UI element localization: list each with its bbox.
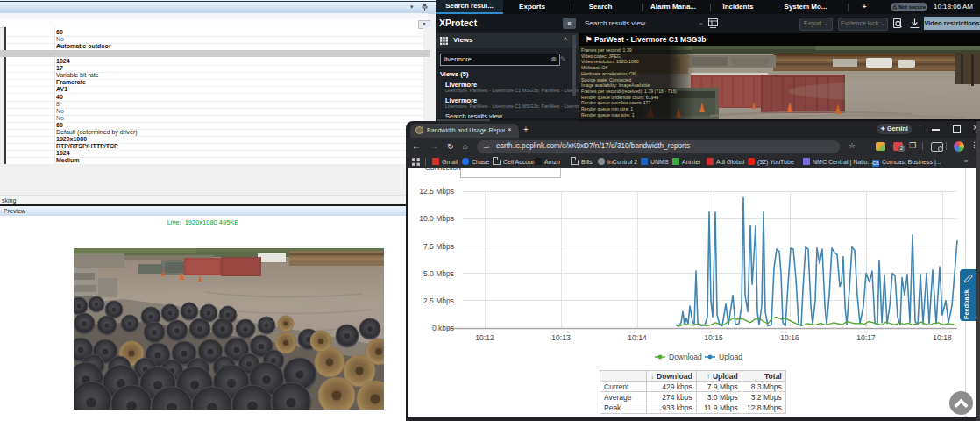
svg-text:10:12: 10:12 [475, 333, 494, 342]
svg-text:12.5 Mbps: 12.5 Mbps [419, 187, 454, 196]
svg-text:10:15: 10:15 [704, 333, 723, 342]
svg-text:7.5 Mbps: 7.5 Mbps [423, 242, 454, 251]
svg-text:5.0 Mbps: 5.0 Mbps [423, 269, 454, 278]
svg-text:0 kbps: 0 kbps [432, 324, 454, 332]
svg-text:10.0 Mbps: 10.0 Mbps [419, 214, 454, 223]
svg-text:10:14: 10:14 [628, 333, 647, 342]
svg-text:Upload: Upload [719, 353, 742, 361]
svg-text:Download: Download [669, 353, 702, 361]
svg-text:10:16: 10:16 [780, 333, 799, 342]
svg-text:2.5 Mbps: 2.5 Mbps [423, 296, 454, 305]
svg-text:10:18: 10:18 [933, 333, 952, 342]
svg-text:10:13: 10:13 [551, 333, 571, 342]
svg-text:10:17: 10:17 [856, 333, 876, 342]
